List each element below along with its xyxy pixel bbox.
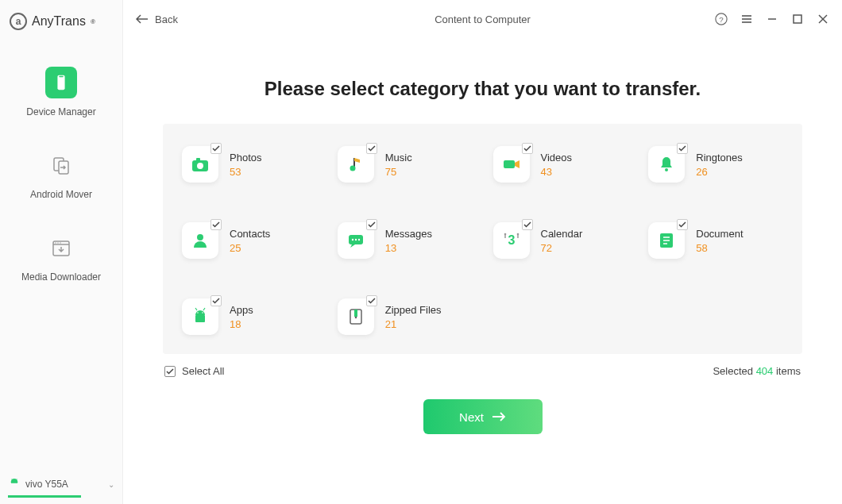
arrow-left-icon xyxy=(136,14,149,24)
sidebar-item-device-manager[interactable]: Device Manager xyxy=(0,67,122,117)
next-button[interactable]: Next xyxy=(423,399,543,434)
svg-rect-10 xyxy=(11,483,17,483)
category-label: Apps xyxy=(230,304,253,316)
check-icon xyxy=(522,219,533,230)
category-calendar[interactable]: 3 Calendar72 xyxy=(485,222,636,259)
category-count: 18 xyxy=(230,318,253,330)
arrow-right-icon xyxy=(492,412,506,421)
check-icon xyxy=(210,143,222,154)
category-photos[interactable]: Photos53 xyxy=(174,146,325,183)
svg-rect-17 xyxy=(794,15,801,23)
check-icon xyxy=(164,366,176,377)
check-icon xyxy=(366,219,377,230)
svg-text:?: ? xyxy=(719,15,724,24)
category-label: Document xyxy=(696,228,743,240)
svg-point-47 xyxy=(354,317,357,319)
check-icon xyxy=(522,143,533,154)
sidebar-item-android-mover[interactable]: Android Mover xyxy=(0,149,122,200)
svg-point-22 xyxy=(197,163,203,169)
svg-rect-2 xyxy=(59,76,64,77)
zipped-files-icon xyxy=(338,298,374,335)
svg-text:3: 3 xyxy=(508,233,515,247)
android-mover-icon xyxy=(45,149,77,181)
category-label: Videos xyxy=(541,152,573,164)
category-label: Calendar xyxy=(541,228,583,240)
check-icon xyxy=(677,143,688,154)
svg-point-28 xyxy=(352,239,353,240)
svg-point-23 xyxy=(350,166,355,171)
category-grid-container: Photos53 Music75 Videos43 xyxy=(163,124,802,354)
media-downloader-icon xyxy=(45,232,77,264)
device-selector[interactable]: vivo Y55A ⌄ xyxy=(0,471,122,495)
brand-name: AnyTrans xyxy=(32,14,86,29)
category-count: 26 xyxy=(696,166,743,178)
svg-point-41 xyxy=(197,312,199,314)
page-title: Content to Computer xyxy=(435,13,531,25)
category-count: 13 xyxy=(385,242,432,254)
document-icon xyxy=(648,222,685,259)
svg-line-43 xyxy=(195,308,197,310)
device-storage-bar xyxy=(8,495,81,498)
maximize-button[interactable] xyxy=(791,14,804,24)
category-apps[interactable]: Apps18 xyxy=(174,298,325,335)
svg-rect-24 xyxy=(504,160,515,168)
category-count: 75 xyxy=(385,166,412,178)
svg-point-34 xyxy=(504,233,506,236)
category-zipped-files[interactable]: Zipped Files21 xyxy=(330,298,481,335)
svg-point-9 xyxy=(60,242,60,243)
help-button[interactable]: ? xyxy=(715,12,728,26)
svg-rect-40 xyxy=(195,315,205,322)
category-messages[interactable]: Messages13 xyxy=(330,222,481,259)
svg-point-35 xyxy=(516,233,519,236)
check-icon xyxy=(210,219,222,230)
svg-rect-0 xyxy=(57,75,64,90)
back-label: Back xyxy=(155,13,178,25)
sidebar-item-label: Android Mover xyxy=(30,189,92,200)
brand: a AnyTrans ® xyxy=(0,0,122,43)
minimize-button[interactable] xyxy=(766,14,778,24)
category-label: Ringtones xyxy=(696,152,743,164)
select-all-label: Select All xyxy=(182,365,224,377)
sidebar-nav: Device Manager Android Mover Media Downl… xyxy=(0,43,122,283)
svg-rect-46 xyxy=(354,310,357,317)
category-document[interactable]: Document58 xyxy=(640,222,791,259)
category-count: 72 xyxy=(541,242,583,254)
svg-point-8 xyxy=(57,242,58,243)
category-videos[interactable]: Videos43 xyxy=(485,146,636,183)
category-count: 25 xyxy=(230,242,270,254)
category-label: Zipped Files xyxy=(385,304,442,316)
apps-icon xyxy=(182,298,218,335)
category-contacts[interactable]: Contacts25 xyxy=(174,222,325,259)
category-ringtones[interactable]: Ringtones26 xyxy=(640,146,791,183)
category-count: 43 xyxy=(541,166,573,178)
svg-point-42 xyxy=(202,312,203,314)
main: Back Content to Computer ? Please select… xyxy=(123,0,842,504)
back-button[interactable]: Back xyxy=(136,13,178,25)
sidebar-item-label: Media Downloader xyxy=(21,271,101,283)
select-all-checkbox[interactable]: Select All xyxy=(164,365,224,377)
category-label: Messages xyxy=(385,228,432,240)
category-grid: Photos53 Music75 Videos43 xyxy=(174,146,791,335)
category-count: 58 xyxy=(696,242,743,254)
selection-summary: Selected 404 items xyxy=(713,365,801,377)
ringtones-icon xyxy=(648,146,685,183)
category-label: Photos xyxy=(230,152,261,164)
messages-icon xyxy=(338,222,374,259)
check-icon xyxy=(210,295,222,306)
selected-count: 404 xyxy=(756,365,774,377)
next-label: Next xyxy=(459,410,484,424)
menu-button[interactable] xyxy=(740,13,753,25)
category-music[interactable]: Music75 xyxy=(330,146,481,183)
check-icon xyxy=(366,295,377,306)
svg-point-7 xyxy=(55,242,56,243)
sidebar-item-label: Device Manager xyxy=(26,106,95,117)
svg-point-30 xyxy=(358,239,360,240)
category-count: 21 xyxy=(385,318,442,330)
category-label: Music xyxy=(385,152,412,164)
topbar: Back Content to Computer ? xyxy=(123,0,842,38)
videos-icon xyxy=(493,146,530,183)
close-button[interactable] xyxy=(817,14,829,24)
contacts-icon xyxy=(182,222,218,259)
sidebar-item-media-downloader[interactable]: Media Downloader xyxy=(0,232,122,283)
music-icon xyxy=(338,146,374,183)
